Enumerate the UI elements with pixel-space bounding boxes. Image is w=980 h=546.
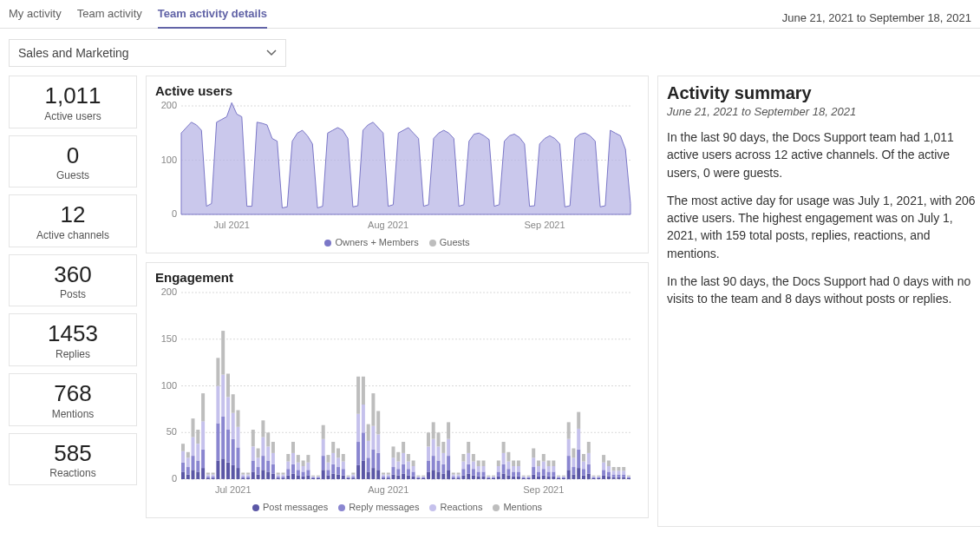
svg-rect-256	[477, 471, 480, 476]
svg-rect-115	[302, 477, 305, 479]
svg-rect-263	[487, 478, 490, 479]
svg-rect-313	[547, 466, 551, 472]
svg-rect-101	[282, 475, 285, 477]
svg-rect-201	[407, 462, 410, 470]
svg-rect-343	[587, 474, 591, 480]
svg-rect-291	[522, 478, 526, 479]
svg-rect-305	[537, 466, 540, 472]
stat-card[interactable]: 0Guests	[9, 135, 137, 188]
svg-rect-211	[421, 478, 425, 479]
summary-subtitle: June 21, 2021 to September 18, 2021	[667, 105, 977, 118]
tab-team-activity[interactable]: Team activity	[77, 3, 142, 29]
team-select-dropdown[interactable]: Sales and Marketing	[9, 39, 286, 67]
svg-rect-287	[517, 477, 520, 479]
svg-rect-224	[437, 461, 441, 472]
svg-rect-141	[331, 453, 335, 464]
stat-card[interactable]: 360Posts	[9, 254, 137, 307]
svg-rect-248	[467, 464, 470, 474]
svg-rect-243	[461, 476, 465, 479]
activity-summary-panel: Activity summary June 21, 2021 to Septem…	[657, 76, 980, 527]
svg-rect-109	[291, 453, 295, 464]
stat-value: 1453	[13, 321, 133, 346]
svg-rect-335	[577, 468, 580, 479]
svg-rect-377	[627, 477, 630, 477]
svg-rect-359	[607, 477, 611, 479]
stat-value: 0	[13, 143, 133, 168]
svg-rect-251	[472, 476, 475, 479]
svg-rect-218	[427, 432, 430, 446]
svg-rect-70	[241, 473, 245, 475]
svg-rect-246	[461, 454, 465, 462]
svg-rect-205	[412, 466, 415, 472]
top-bar: My activity Team activity Team activity …	[0, 0, 980, 28]
svg-rect-23	[186, 475, 190, 479]
stat-label: Active channels	[13, 229, 133, 241]
svg-rect-375	[627, 478, 630, 479]
tab-my-activity[interactable]: My activity	[9, 3, 62, 29]
stat-card[interactable]: 768Mentions	[9, 373, 137, 426]
svg-rect-79	[257, 475, 260, 479]
svg-rect-299	[532, 475, 535, 479]
svg-rect-242	[457, 473, 461, 475]
svg-rect-273	[497, 466, 500, 472]
svg-rect-262	[482, 461, 486, 467]
svg-rect-149	[342, 462, 345, 470]
svg-rect-164	[362, 432, 365, 460]
svg-rect-297	[527, 477, 531, 477]
svg-rect-121	[306, 463, 310, 470]
svg-rect-159	[356, 465, 360, 479]
summary-title: Activity summary	[667, 83, 977, 103]
svg-rect-48	[216, 424, 219, 461]
stat-card[interactable]: 1,011Active users	[9, 76, 137, 128]
svg-rect-36	[201, 450, 205, 469]
svg-rect-285	[512, 466, 515, 472]
tabs: My activity Team activity Team activity …	[9, 3, 267, 29]
stat-card[interactable]: 12Active channels	[9, 194, 137, 247]
stat-value: 360	[13, 262, 133, 287]
svg-rect-71	[246, 478, 250, 479]
svg-rect-68	[241, 477, 245, 478]
svg-rect-307	[542, 476, 546, 479]
svg-rect-363	[612, 477, 616, 479]
svg-rect-336	[577, 450, 580, 469]
svg-rect-223	[437, 471, 441, 479]
svg-rect-152	[347, 477, 350, 478]
svg-rect-322	[557, 476, 560, 477]
svg-rect-156	[351, 477, 355, 478]
svg-rect-371	[622, 477, 625, 479]
svg-rect-39	[206, 478, 210, 479]
svg-rect-252	[472, 469, 475, 476]
svg-rect-362	[607, 461, 611, 467]
svg-rect-215	[427, 471, 430, 479]
svg-rect-184	[387, 477, 390, 478]
svg-rect-341	[582, 462, 585, 470]
svg-rect-194	[396, 452, 400, 462]
stat-label: Reactions	[13, 467, 133, 479]
svg-rect-31	[196, 471, 199, 479]
svg-rect-83	[261, 470, 265, 479]
svg-rect-96	[277, 477, 280, 478]
tab-team-activity-details[interactable]: Team activity details	[158, 3, 267, 29]
svg-rect-290	[517, 461, 520, 467]
svg-rect-321	[557, 477, 560, 477]
svg-rect-378	[627, 476, 630, 477]
summary-paragraph: In the last 90 days, the Docs Support te…	[667, 128, 977, 181]
svg-rect-94	[271, 442, 275, 453]
svg-rect-89	[266, 446, 270, 460]
svg-rect-370	[617, 467, 620, 470]
svg-rect-337	[577, 429, 580, 450]
svg-rect-145	[336, 457, 340, 467]
svg-rect-254	[472, 454, 475, 462]
svg-rect-66	[237, 411, 240, 427]
stat-card[interactable]: 585Reactions	[9, 433, 137, 486]
svg-rect-58	[226, 374, 230, 398]
stat-card[interactable]: 1453Replies	[9, 313, 137, 366]
svg-rect-65	[237, 427, 240, 448]
svg-rect-229	[441, 453, 445, 464]
svg-rect-108	[291, 464, 295, 474]
svg-rect-207	[416, 478, 420, 479]
svg-rect-250	[467, 442, 470, 453]
svg-rect-348	[592, 477, 596, 478]
svg-rect-41	[206, 475, 210, 477]
svg-rect-271	[497, 477, 500, 479]
